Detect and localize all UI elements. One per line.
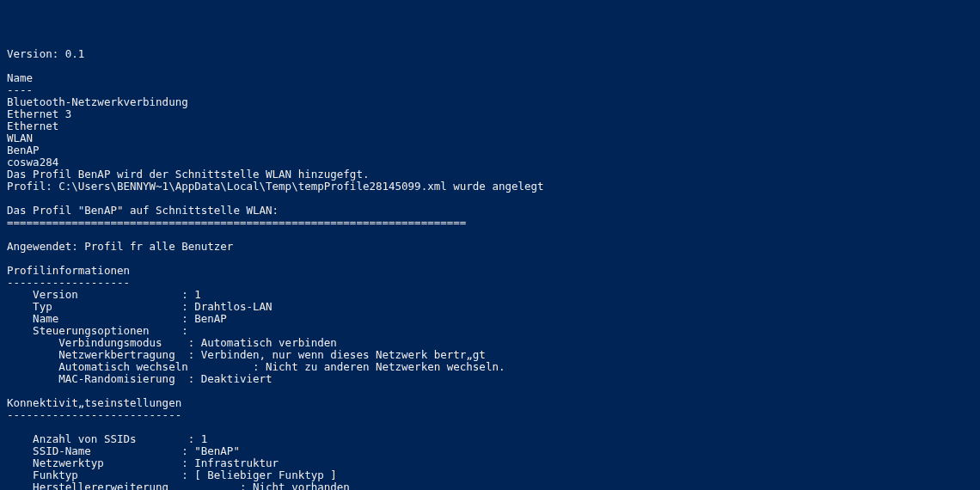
terminal-line: Verbindungsmodus : Automatisch verbinden (7, 337, 980, 349)
terminal-line (7, 193, 980, 205)
terminal-line: coswa284 (7, 156, 980, 168)
powershell-terminal-output: Version: 0.1 Name----Bluetooth-Netzwerkv… (7, 48, 980, 490)
terminal-line: Herstellererweiterung : Nicht vorhanden (7, 481, 980, 490)
terminal-line: Anzahl von SSIDs : 1 (7, 433, 980, 445)
terminal-line: ========================================… (7, 217, 980, 229)
terminal-line: Das Profil "BenAP" auf Schnittstelle WLA… (7, 205, 980, 217)
terminal-line: Ethernet 3 (7, 108, 980, 120)
terminal-line: --------------------------- (7, 409, 980, 421)
terminal-line (7, 421, 980, 433)
terminal-line (7, 60, 980, 72)
terminal-line: Version: 0.1 (7, 48, 980, 60)
terminal-line: Angewendet: Profil fr alle Benutzer (7, 241, 980, 253)
terminal-line: BenAP (7, 144, 980, 156)
terminal-line: Profil: C:\Users\BENNYW~1\AppData\Local\… (7, 181, 980, 193)
terminal-line: WLAN (7, 132, 980, 144)
terminal-line: Das Profil BenAP wird der Schnittstelle … (7, 168, 980, 181)
terminal-line: Konnektivit„tseinstellungen (7, 397, 980, 409)
terminal-line: MAC-Randomisierung : Deaktiviert (7, 373, 980, 385)
terminal-line (7, 253, 980, 265)
terminal-line: Profilinformationen (7, 265, 980, 277)
terminal-line: Automatisch wechseln : Nicht zu anderen … (7, 361, 980, 373)
terminal-line: SSID-Name : "BenAP" (7, 445, 980, 457)
terminal-line: Name : BenAP (7, 313, 980, 325)
terminal-line: Name (7, 72, 980, 84)
terminal-line: Netzwerkbertragung : Verbinden, nur wenn… (7, 349, 980, 361)
terminal-line: Steuerungsoptionen : (7, 325, 980, 337)
terminal-line: Funktyp : [ Beliebiger Funktyp ] (7, 469, 980, 481)
terminal-line: ------------------- (7, 277, 980, 289)
terminal-line (7, 385, 980, 397)
terminal-line: Bluetooth-Netzwerkverbindung (7, 96, 980, 108)
terminal-line: Ethernet (7, 120, 980, 132)
terminal-line: ---- (7, 84, 980, 96)
terminal-line: Typ : Drahtlos-LAN (7, 301, 980, 313)
terminal-line: Netzwerktyp : Infrastruktur (7, 457, 980, 469)
terminal-line: Version : 1 (7, 289, 980, 301)
terminal-line (7, 229, 980, 241)
